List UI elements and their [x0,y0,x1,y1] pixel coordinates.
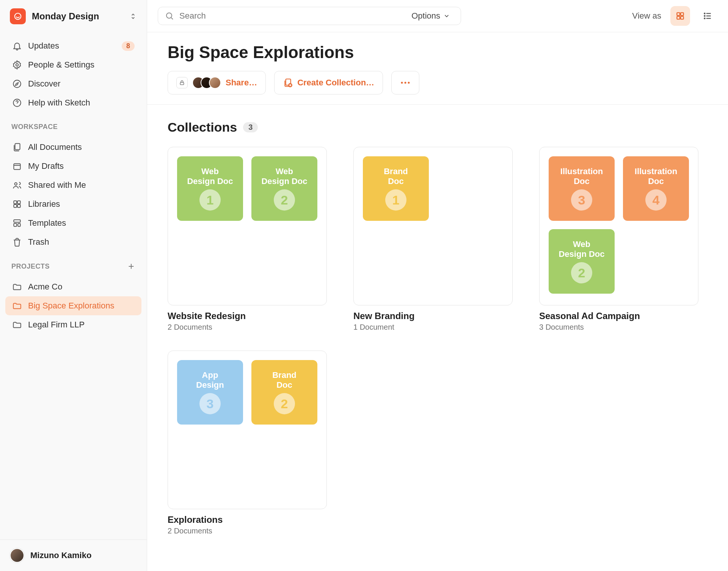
shared-icon [12,180,22,190]
sidebar-item-trash[interactable]: Trash [5,233,141,252]
sidebar-project-legal[interactable]: Legal Firm LLP [5,315,141,334]
nav-label: Libraries [28,199,135,209]
collection-add-icon [283,78,293,88]
nav-label: Discover [28,79,135,89]
main: Options View as Big Space Explorations [147,0,728,571]
page-header: Big Space Explorations Share… [147,32,728,105]
nav-workspace: All Documents My Drafts Shared with Me L… [0,134,147,254]
folder-icon [12,320,22,330]
tile-label: Web Design Doc [559,239,604,260]
collection-preview: Brand Doc1 [353,147,513,305]
draft-icon [12,161,22,171]
sidebar-item-people-settings[interactable]: People & Settings [5,55,141,74]
view-grid-button[interactable] [670,6,690,26]
view-list-button[interactable] [698,6,717,26]
help-icon [12,98,22,108]
sidebar-project-big-space[interactable]: Big Space Explorations [5,296,141,315]
collection-subtitle: 1 Document [353,323,513,332]
content: Collections 3 Web Design Doc1Web Design … [147,105,728,551]
document-tile: Brand Doc1 [363,156,429,221]
add-project-button[interactable] [127,262,135,271]
collection-card[interactable]: Web Design Doc1Web Design Doc2Website Re… [168,147,327,332]
compass-icon [12,79,22,89]
document-tile: Brand Doc2 [251,360,317,425]
collection-title: Website Redesign [168,311,327,321]
collection-preview: Illustration Doc3Illustration Doc4Web De… [539,147,698,305]
trash-icon [12,237,22,247]
svg-rect-7 [14,201,17,204]
tile-number: 2 [274,393,295,414]
collection-title: Seasonal Ad Campaign [539,311,698,321]
collection-card[interactable]: App Design3Brand Doc2Explorations2 Docum… [168,351,327,535]
svg-point-6 [15,183,17,186]
tile-number: 1 [385,189,406,211]
collection-subtitle: 2 Documents [168,527,327,535]
collection-title: Explorations [168,514,327,525]
tile-label: Web Design Doc [187,167,233,187]
collection-preview: App Design3Brand Doc2 [168,351,327,509]
nav-label: My Drafts [28,161,135,171]
document-tile: Web Design Doc1 [177,156,243,221]
sidebar-item-templates[interactable]: Templates [5,214,141,233]
chevron-down-icon [443,13,450,19]
tile-label: Brand Doc [272,370,297,390]
document-tile: Web Design Doc2 [549,229,615,294]
share-button[interactable]: Share… [168,71,266,94]
nav-label: Templates [28,218,135,228]
bell-icon [12,41,22,51]
sidebar-project-acme[interactable]: Acme Co [5,277,141,296]
action-row: Share… Create Collection… [168,71,708,94]
collection-subtitle: 3 Documents [539,323,698,332]
svg-rect-5 [14,164,20,170]
workspace-switcher[interactable]: Monday Design [0,0,147,33]
svg-point-2 [13,80,21,88]
collections-header: Collections 3 [168,120,708,135]
nav-label: Trash [28,237,135,247]
collection-title: New Branding [353,311,513,321]
libraries-icon [12,199,22,209]
workspace-name: Monday Design [32,11,123,22]
collections-grid: Web Design Doc1Web Design Doc2Website Re… [168,147,708,535]
workspace-logo [10,8,26,24]
create-collection-button[interactable]: Create Collection… [274,71,383,94]
workspace-heading: WORKSPACE [11,123,58,131]
nav-label: All Documents [28,142,135,152]
svg-rect-13 [18,223,20,227]
collection-card[interactable]: Brand Doc1New Branding1 Document [353,147,513,332]
tile-number: 2 [571,262,592,283]
svg-point-19 [704,13,705,14]
tile-number: 3 [199,393,221,414]
sidebar-item-shared[interactable]: Shared with Me [5,176,141,195]
search-options-button[interactable]: Options [408,11,454,21]
search-icon [165,11,174,20]
svg-point-14 [166,13,172,18]
svg-point-26 [405,82,406,84]
sidebar-item-all-documents[interactable]: All Documents [5,138,141,157]
projects-section-header: PROJECTS [0,254,147,274]
svg-point-21 [704,18,705,19]
collection-card[interactable]: Illustration Doc3Illustration Doc4Web De… [539,147,698,332]
view-as-label: View as [632,11,661,21]
page-title: Big Space Explorations [168,43,708,62]
svg-rect-22 [180,82,184,85]
svg-rect-9 [14,204,17,208]
tile-label: Illustration Doc [635,167,677,187]
options-label: Options [411,11,440,21]
sidebar-footer[interactable]: Mizuno Kamiko [0,540,147,571]
folder-icon [12,282,22,292]
svg-point-25 [401,82,403,84]
sidebar-item-help[interactable]: Help with Sketch [5,93,141,112]
sidebar-item-discover[interactable]: Discover [5,74,141,93]
workspace-section-header: WORKSPACE [0,115,147,134]
nav-label: Legal Firm LLP [28,320,135,330]
sidebar-item-my-drafts[interactable]: My Drafts [5,157,141,176]
nav-label: Acme Co [28,282,135,292]
sidebar-item-libraries[interactable]: Libraries [5,195,141,214]
sidebar-item-updates[interactable]: Updates 8 [5,36,141,55]
search-input[interactable] [179,11,408,21]
document-tile: Illustration Doc3 [549,156,615,221]
search-field[interactable]: Options [158,7,461,25]
more-actions-button[interactable] [391,71,419,94]
nav-label: Shared with Me [28,180,135,190]
share-label: Share… [226,78,257,88]
